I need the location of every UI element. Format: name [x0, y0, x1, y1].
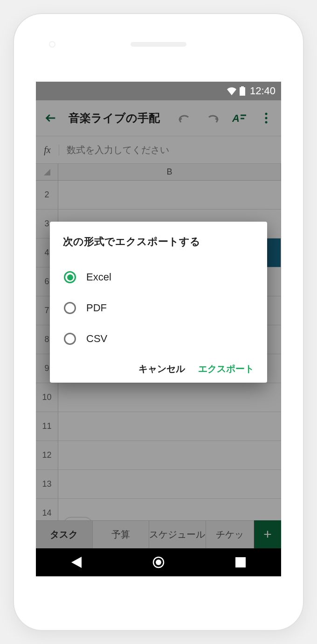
screen: 12:40 音楽ライブの手配 A — [36, 82, 281, 576]
status-time: 12:40 — [250, 85, 276, 97]
sheet-tab-budget[interactable]: 予算 — [93, 520, 150, 548]
sheet-row: 11 — [36, 412, 281, 441]
phone-top — [21, 21, 296, 68]
row-header[interactable]: 10 — [36, 383, 58, 412]
radio-circle-icon — [64, 271, 76, 283]
dialog-actions: キャンセル エクスポート — [63, 363, 254, 375]
svg-rect-10 — [235, 557, 246, 567]
radio-label: Excel — [86, 271, 111, 283]
column-header-row: B — [36, 164, 281, 181]
more-button[interactable] — [257, 109, 276, 127]
sheet-tab-schedule[interactable]: スケジュール — [149, 520, 206, 548]
cancel-button[interactable]: キャンセル — [138, 363, 185, 375]
phone-frame: 12:40 音楽ライブの手配 A — [14, 14, 303, 630]
radio-option-pdf[interactable]: PDF — [63, 293, 254, 323]
svg-point-6 — [265, 117, 268, 119]
add-sheet-button[interactable]: + — [254, 520, 281, 548]
row-header[interactable]: 11 — [36, 412, 58, 441]
nav-recent-button[interactable] — [235, 557, 246, 567]
svg-point-9 — [156, 560, 161, 565]
export-button[interactable]: エクスポート — [198, 363, 254, 375]
sheet-row: 2 — [36, 181, 281, 210]
sheet-row: 13 — [36, 470, 281, 499]
redo-button[interactable] — [203, 109, 221, 127]
document-title: 音楽ライブの手配 — [69, 111, 167, 126]
sheet-row: 12 — [36, 441, 281, 470]
nav-home-button[interactable] — [152, 556, 165, 568]
nav-back-button[interactable] — [71, 557, 82, 568]
radio-label: PDF — [86, 302, 107, 314]
radio-label: CSV — [86, 333, 107, 345]
camera-dot — [49, 41, 55, 48]
phone-inner: 12:40 音楽ライブの手配 A — [21, 21, 296, 623]
back-button[interactable] — [41, 109, 60, 127]
format-button[interactable]: A — [230, 109, 248, 127]
cell[interactable] — [58, 441, 281, 469]
sheet-tab-tasks[interactable]: タスク — [36, 520, 93, 548]
row-header[interactable]: 2 — [36, 181, 58, 209]
radio-option-excel[interactable]: Excel — [63, 262, 254, 293]
radio-dot-icon — [67, 274, 73, 280]
battery-icon — [240, 86, 245, 96]
formula-input[interactable]: 数式を入力してください — [59, 144, 281, 156]
cell[interactable] — [58, 470, 281, 498]
speaker-grill — [131, 42, 186, 47]
cell[interactable] — [58, 412, 281, 441]
sheet-tab-tickets[interactable]: チケッ — [206, 520, 254, 548]
app-bar: 音楽ライブの手配 A — [36, 100, 281, 136]
corner-cell[interactable] — [36, 164, 58, 180]
fx-label: fx — [36, 145, 59, 155]
sheet-row: 10 — [36, 383, 281, 412]
row-header[interactable]: 13 — [36, 470, 58, 498]
svg-rect-0 — [240, 87, 245, 96]
radio-circle-icon — [64, 333, 76, 345]
undo-button[interactable] — [176, 109, 194, 127]
cell[interactable] — [58, 181, 281, 209]
formula-bar: fx 数式を入力してください — [36, 136, 281, 164]
row-header[interactable]: 12 — [36, 441, 58, 469]
svg-point-5 — [265, 113, 268, 115]
dialog-title: 次の形式でエクスポートする — [63, 235, 254, 249]
svg-point-7 — [265, 121, 268, 124]
wifi-icon — [227, 87, 237, 95]
radio-option-csv[interactable]: CSV — [63, 323, 254, 354]
svg-text:A: A — [232, 112, 240, 124]
sheet-tabs: タスク 予算 スケジュール チケッ + — [36, 520, 281, 548]
radio-circle-icon — [64, 302, 76, 314]
android-nav-bar — [36, 548, 281, 576]
export-dialog: 次の形式でエクスポートする Excel PDF CSV キャンセル エクスポート — [50, 222, 267, 383]
cell[interactable] — [58, 383, 281, 412]
column-header-b[interactable]: B — [58, 164, 281, 180]
status-bar: 12:40 — [36, 82, 281, 100]
svg-rect-1 — [241, 86, 244, 87]
